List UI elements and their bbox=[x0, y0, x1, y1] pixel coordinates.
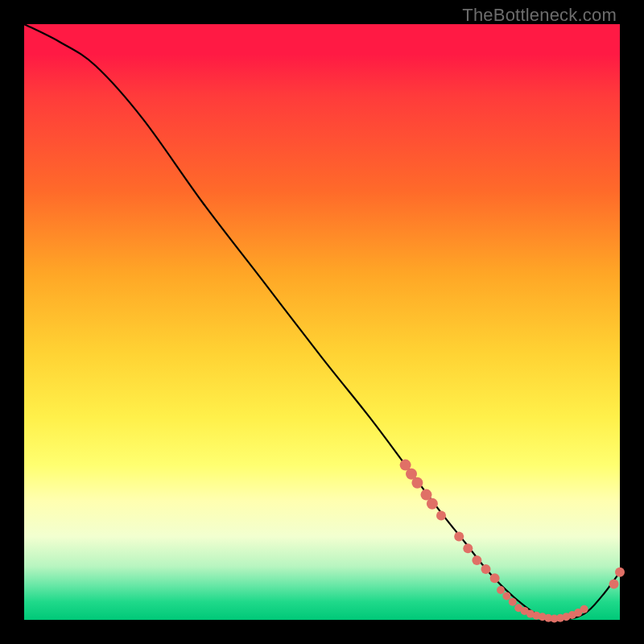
marker-group bbox=[400, 460, 625, 623]
data-marker bbox=[509, 598, 517, 606]
data-marker bbox=[481, 564, 491, 574]
data-marker bbox=[490, 573, 500, 583]
data-marker bbox=[411, 477, 423, 489]
data-marker bbox=[427, 498, 438, 510]
data-marker bbox=[497, 586, 505, 594]
watermark-label: TheBottleneck.com bbox=[462, 5, 617, 26]
data-marker bbox=[609, 580, 619, 589]
plot-area bbox=[24, 24, 620, 620]
data-marker bbox=[472, 555, 481, 565]
data-marker bbox=[580, 605, 588, 613]
data-marker bbox=[436, 511, 446, 521]
data-marker bbox=[502, 592, 510, 600]
curve-svg bbox=[24, 24, 620, 620]
data-marker bbox=[463, 543, 473, 553]
data-marker bbox=[454, 531, 464, 541]
data-marker bbox=[615, 568, 625, 577]
bottleneck-curve bbox=[24, 24, 620, 620]
chart-frame: TheBottleneck.com bbox=[0, 0, 644, 644]
